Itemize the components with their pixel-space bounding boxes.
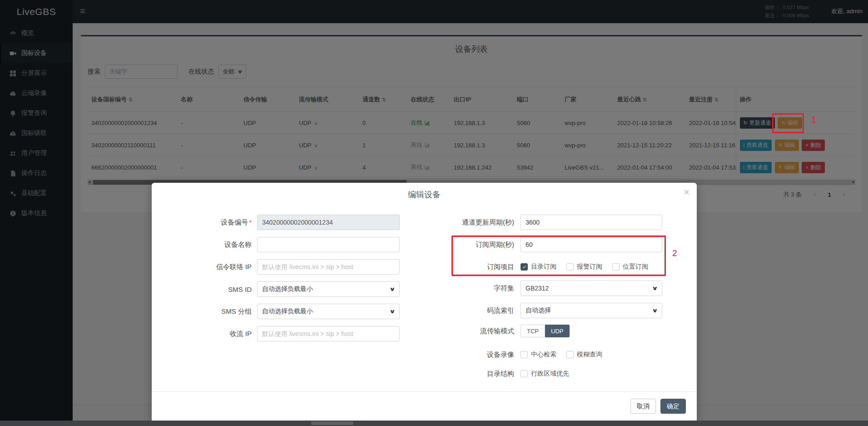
sms-id-label: SMS ID: [161, 286, 252, 293]
fuzzy-query-checkbox[interactable]: 模糊查询: [566, 351, 602, 359]
signal-contact-ip-label: 信令联络 IP: [161, 263, 252, 271]
recv-stream-ip-label: 收流 IP: [161, 330, 252, 338]
chevron-down-icon: ∨: [389, 308, 396, 315]
browser-horizontal-scrollbar[interactable]: [0, 421, 868, 426]
channel-refresh-field[interactable]: [521, 215, 662, 230]
checkbox-icon: [521, 370, 528, 377]
recv-stream-ip-field[interactable]: [257, 326, 400, 341]
stream-mode-segmented: TCP UDP: [521, 325, 570, 337]
device-name-label: 设备名称: [161, 241, 252, 249]
confirm-button[interactable]: 确定: [660, 399, 686, 414]
edit-device-modal: 编辑设备 × 设备编号* 设备名称 信令联络 IP SMS ID 自动选择负载最…: [152, 183, 697, 421]
admin-region-first-checkbox[interactable]: 行政区域优先: [521, 370, 569, 378]
checkbox-icon: [566, 351, 574, 358]
device-id-label: 设备编号: [221, 218, 248, 226]
charset-label: 字符集: [434, 284, 514, 293]
checkbox-icon: [521, 351, 528, 358]
dir-structure-label: 目录结构: [434, 370, 514, 378]
tcp-button[interactable]: TCP: [521, 325, 545, 337]
cancel-button[interactable]: 取消: [630, 399, 656, 414]
channel-refresh-label: 通道更新周期(秒): [434, 218, 514, 227]
stream-mode-label: 流传输模式: [434, 327, 514, 336]
modal-header: 编辑设备 ×: [152, 183, 697, 205]
annotation-box-1: [772, 113, 804, 133]
modal-left-column: 设备编号* 设备名称 信令联络 IP SMS ID 自动选择负载最小∨ SMS …: [152, 215, 424, 385]
stream-index-select[interactable]: 自动选择∨: [521, 303, 662, 318]
modal-footer: 取消 确定: [152, 391, 697, 421]
chevron-down-icon: ∨: [652, 285, 658, 291]
annotation-number-2: 2: [672, 248, 677, 258]
modal-body: 设备编号* 设备名称 信令联络 IP SMS ID 自动选择负载最小∨ SMS …: [152, 205, 697, 385]
close-icon[interactable]: ×: [684, 187, 689, 197]
annotation-box-2: [451, 236, 666, 276]
scrollbar-thumb[interactable]: [311, 421, 353, 425]
sms-group-label: SMS 分组: [161, 307, 252, 316]
stream-index-label: 码流索引: [434, 306, 514, 315]
annotation-number-1: 1: [811, 115, 816, 125]
device-name-field[interactable]: [257, 237, 400, 252]
signal-contact-ip-field[interactable]: [257, 259, 400, 275]
chevron-down-icon: ∨: [652, 307, 658, 314]
chevron-down-icon: ∨: [389, 286, 396, 292]
sms-group-select[interactable]: 自动选择负载最小∨: [257, 304, 400, 319]
charset-select[interactable]: GB2312∨: [521, 281, 662, 296]
udp-button[interactable]: UDP: [545, 325, 570, 337]
device-id-field: [257, 215, 400, 230]
device-record-label: 设备录像: [434, 351, 514, 359]
sms-id-select[interactable]: 自动选择负载最小∨: [257, 281, 400, 297]
required-mark: *: [249, 218, 252, 226]
modal-title: 编辑设备: [152, 183, 697, 206]
center-search-checkbox[interactable]: 中心检索: [521, 351, 556, 359]
